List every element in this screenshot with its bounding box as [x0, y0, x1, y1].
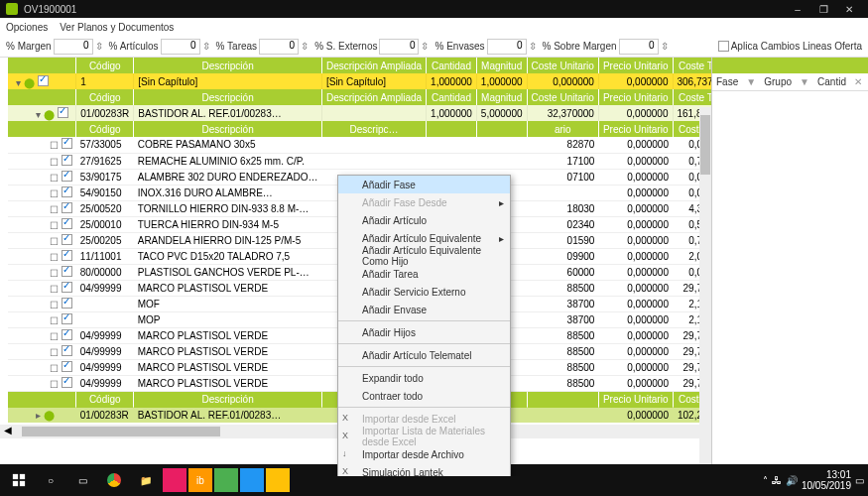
menu-item[interactable]: Expandir todo: [338, 369, 510, 387]
svg-rect-3: [20, 481, 25, 486]
svg-rect-0: [13, 474, 18, 479]
in-sexternos[interactable]: 0: [379, 39, 419, 55]
app3-icon[interactable]: [214, 468, 238, 492]
menu-opciones[interactable]: Opciones: [6, 22, 48, 33]
spin-icon[interactable]: ⇳: [529, 41, 537, 52]
clock-time: 13:01: [802, 469, 851, 480]
volume-icon[interactable]: 🔊: [786, 475, 798, 486]
app1-icon[interactable]: [163, 468, 186, 492]
level2-row[interactable]: ▾⬤ 01/00283RBASTIDOR AL. REF.01/00283…1,…: [8, 105, 711, 121]
side-panel: Fase▼ Grupo▼ Cantid✕: [711, 58, 868, 476]
scrollbar-vertical[interactable]: [699, 107, 711, 476]
app5-icon[interactable]: [266, 468, 290, 492]
lbl-aplica: Aplica Cambios Lineas Oferta: [731, 41, 862, 52]
menu-verplanos[interactable]: Ver Planos y Documentos: [60, 22, 174, 33]
header-row: CódigoDescripciónDescripción AmpliadaCan…: [8, 58, 711, 73]
menu-item[interactable]: Simulación LantekX: [338, 463, 510, 476]
menu-item[interactable]: Importar desde Archivo↓: [338, 445, 510, 463]
system-tray[interactable]: ˄ 🖧 🔊 13:01 10/05/2019 ▭: [763, 469, 864, 491]
titlebar: OV1900001 – ❐ ✕: [0, 0, 868, 18]
col-grupo[interactable]: Grupo: [760, 76, 796, 87]
network-icon[interactable]: 🖧: [772, 475, 782, 486]
tray-up-icon[interactable]: ˄: [763, 475, 768, 486]
lbl-tareas: % Tareas: [216, 41, 258, 52]
cortana-icon[interactable]: ○: [36, 466, 65, 494]
lbl-sexternos: % S. Externos: [314, 41, 377, 52]
notifications-icon[interactable]: ▭: [855, 475, 864, 486]
col-cantid[interactable]: Cantid: [813, 76, 850, 87]
svg-rect-1: [20, 474, 25, 479]
svg-rect-2: [13, 481, 18, 486]
close-icon[interactable]: ✕: [850, 76, 868, 87]
menu-item[interactable]: Añadir Envase: [338, 301, 510, 318]
lbl-margen: % Margen: [6, 41, 52, 52]
maximize-button[interactable]: ❐: [810, 4, 836, 15]
app4-icon[interactable]: [240, 468, 264, 492]
menu-item[interactable]: Añadir Artículo: [338, 211, 510, 229]
close-button[interactable]: ✕: [836, 4, 862, 15]
menu-item[interactable]: Contraer todo: [338, 387, 510, 405]
chk-aplica[interactable]: [718, 41, 729, 52]
menu-item[interactable]: Añadir Artículo Telematel: [338, 346, 510, 364]
lbl-articulos: % Artículos: [109, 41, 159, 52]
start-button[interactable]: [4, 466, 34, 494]
menu-item[interactable]: Añadir Servicio Externo: [338, 283, 510, 301]
menu-item[interactable]: Añadir Artículo Equivalente Como Hijo: [338, 247, 510, 265]
menubar: Opciones Ver Planos y Documentos: [0, 18, 868, 36]
spin-icon[interactable]: ⇳: [301, 41, 309, 52]
spin-icon[interactable]: ⇳: [95, 41, 103, 52]
spin-icon[interactable]: ⇳: [661, 41, 669, 52]
menu-item[interactable]: Añadir Hijos: [338, 323, 510, 341]
menu-item[interactable]: Añadir Fase: [338, 176, 510, 193]
window-title: OV1900001: [24, 4, 785, 15]
table-row[interactable]: ☐ 27/91625REMACHE ALUMINIO 6x25 mm. C/P.…: [8, 153, 711, 169]
app2-icon[interactable]: ib: [188, 468, 212, 492]
context-menu: Añadir FaseAñadir Fase Desde▸Añadir Artí…: [337, 175, 511, 476]
in-sobremargen[interactable]: 0: [619, 39, 659, 55]
header-row-2: CódigoDescripciónDescripción AmpliadaCan…: [8, 89, 711, 105]
taskview-icon[interactable]: ▭: [67, 466, 97, 494]
in-articulos[interactable]: 0: [161, 39, 200, 55]
in-envases[interactable]: 0: [487, 39, 527, 55]
level1-row[interactable]: ▾⬤ 1[Sin Capítulo][Sin Capítulo]1,000000…: [8, 73, 711, 89]
menu-item: Añadir Fase Desde▸: [338, 193, 510, 211]
minimize-button[interactable]: –: [785, 4, 810, 15]
in-tareas[interactable]: 0: [259, 39, 299, 55]
lbl-sobremargen: % Sobre Margen: [543, 41, 617, 52]
menu-item: Importar Lista de Materiales desde Excel…: [338, 428, 510, 445]
header-row-3: CódigoDescripciónDescripc…arioPrecio Uni…: [8, 121, 711, 137]
toolbar: % Margen0⇳ % Artículos0⇳ % Tareas0⇳ % S.…: [0, 36, 868, 58]
app-icon: [6, 3, 18, 15]
menu-item[interactable]: Añadir Tarea: [338, 265, 510, 283]
explorer-icon[interactable]: 📁: [131, 466, 161, 494]
col-fase[interactable]: Fase: [712, 76, 742, 87]
table-row[interactable]: ☐ 57/33005COBRE PASAMANO 30x5828700,0000…: [8, 137, 711, 153]
clock-date: 10/05/2019: [802, 480, 851, 491]
lbl-envases: % Envases: [434, 41, 484, 52]
grid-area: CódigoDescripciónDescripción AmpliadaCan…: [0, 58, 711, 476]
filter-icon[interactable]: ▼: [796, 76, 813, 87]
chrome-icon[interactable]: [99, 466, 129, 494]
spin-icon[interactable]: ⇳: [421, 41, 429, 52]
filter-icon[interactable]: ▼: [742, 76, 760, 87]
in-margen[interactable]: 0: [54, 39, 93, 55]
spin-icon[interactable]: ⇳: [202, 41, 210, 52]
